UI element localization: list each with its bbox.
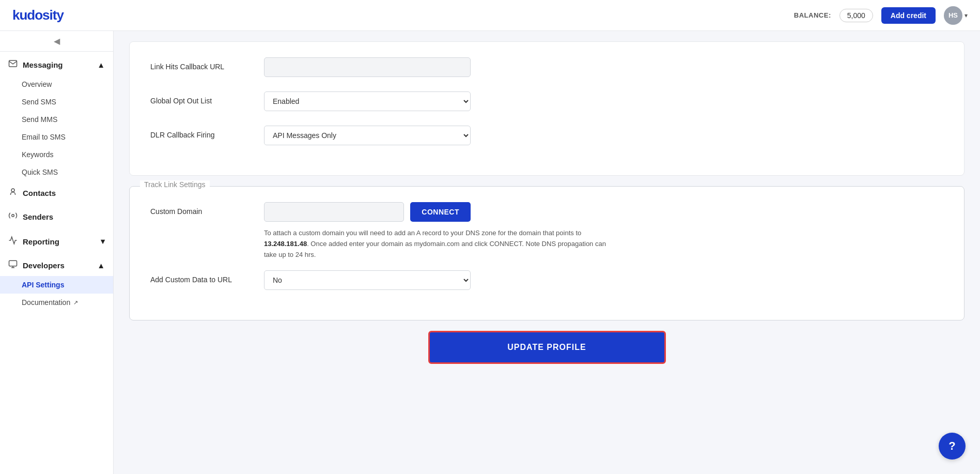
sidebar-item-overview[interactable]: Overview <box>0 75 113 93</box>
dlr-callback-control: API Messages Only All Messages None <box>264 126 471 145</box>
sidebar-item-quick-sms[interactable]: Quick SMS <box>0 163 113 181</box>
svg-rect-2 <box>9 261 17 266</box>
sidebar-item-documentation[interactable]: Documentation ↗ <box>0 294 113 311</box>
link-hits-callback-row: Link Hits Callback URL <box>150 57 943 77</box>
dlr-callback-select[interactable]: API Messages Only All Messages None <box>264 126 471 145</box>
messaging-label: Messaging <box>23 60 63 69</box>
external-link-icon: ↗ <box>73 299 78 306</box>
custom-domain-label: Custom Domain <box>150 202 264 216</box>
update-profile-wrapper: UPDATE PROFILE <box>129 331 965 364</box>
global-opt-out-label: Global Opt Out List <box>150 91 264 105</box>
navbar: kudosity BALANCE: 5,000 Add credit HS ▾ <box>0 0 980 31</box>
messaging-chevron-icon: ▲ <box>97 60 105 69</box>
add-credit-button[interactable]: Add credit <box>881 7 936 24</box>
global-opt-out-row: Global Opt Out List Enabled Disabled <box>150 91 943 111</box>
sidebar-item-email-to-sms[interactable]: Email to SMS <box>0 128 113 146</box>
developers-chevron-icon: ▲ <box>97 261 105 270</box>
update-profile-button[interactable]: UPDATE PROFILE <box>428 331 666 364</box>
connect-button[interactable]: CONNECT <box>410 202 471 222</box>
sidebar: ◀ Messaging ▲ Overview Send SMS Send MMS… <box>0 31 114 474</box>
link-hits-callback-label: Link Hits Callback URL <box>150 57 264 71</box>
sidebar-section-developers: Developers ▲ API Settings Documentation … <box>0 252 113 311</box>
senders-label: Senders <box>23 212 53 221</box>
sidebar-item-send-sms[interactable]: Send SMS <box>0 93 113 111</box>
sidebar-group-messaging[interactable]: Messaging ▲ <box>0 52 113 75</box>
dns-info-prefix: To attach a custom domain you will need … <box>264 229 581 237</box>
sidebar-item-keywords[interactable]: Keywords <box>0 146 113 163</box>
reporting-label: Reporting <box>23 237 59 246</box>
svg-point-0 <box>11 189 14 192</box>
global-opt-out-control: Enabled Disabled <box>264 91 471 111</box>
sidebar-group-contacts[interactable]: Contacts <box>0 181 113 205</box>
sidebar-section-messaging: Messaging ▲ Overview Send SMS Send MMS E… <box>0 52 113 181</box>
senders-icon <box>8 211 18 222</box>
layout: ◀ Messaging ▲ Overview Send SMS Send MMS… <box>0 31 980 474</box>
main-content: Link Hits Callback URL Global Opt Out Li… <box>114 31 980 474</box>
developers-icon <box>8 259 18 271</box>
messaging-icon <box>8 59 18 70</box>
custom-domain-row: Custom Domain CONNECT <box>150 202 943 222</box>
dlr-callback-label: DLR Callback Firing <box>150 126 264 139</box>
top-settings-card: Link Hits Callback URL Global Opt Out Li… <box>129 41 965 176</box>
navbar-right: BALANCE: 5,000 Add credit HS ▾ <box>794 6 968 25</box>
svg-point-1 <box>12 215 14 217</box>
custom-data-row: Add Custom Data to URL No Yes <box>150 270 943 290</box>
reporting-chevron-icon: ▾ <box>101 237 105 246</box>
dns-info-text: To attach a custom domain you will need … <box>264 228 615 260</box>
dns-info-suffix: . Once added enter your domain as mydoma… <box>264 240 606 258</box>
avatar[interactable]: HS <box>944 6 962 25</box>
contacts-label: Contacts <box>23 189 56 197</box>
brand-logo: kudosity <box>12 7 64 23</box>
contacts-icon <box>8 187 18 198</box>
sidebar-item-api-settings[interactable]: API Settings <box>0 276 113 294</box>
dns-ip: 13.248.181.48 <box>264 240 307 248</box>
chevron-down-icon: ▾ <box>965 12 968 19</box>
avatar-dropdown[interactable]: HS ▾ <box>944 6 968 25</box>
developers-label: Developers <box>23 261 65 270</box>
sidebar-collapse-button[interactable]: ◀ <box>0 31 113 52</box>
track-link-legend: Track Link Settings <box>140 180 210 189</box>
custom-data-select[interactable]: No Yes <box>264 270 471 290</box>
balance-value: 5,000 <box>839 9 873 22</box>
sidebar-group-developers[interactable]: Developers ▲ <box>0 252 113 276</box>
balance-label: BALANCE: <box>794 11 831 19</box>
custom-data-label: Add Custom Data to URL <box>150 270 264 284</box>
custom-domain-input[interactable] <box>264 202 404 222</box>
global-opt-out-select[interactable]: Enabled Disabled <box>264 91 471 111</box>
reporting-icon <box>8 236 18 247</box>
link-hits-callback-input[interactable] <box>264 57 471 77</box>
sidebar-group-reporting[interactable]: Reporting ▾ <box>0 228 113 252</box>
help-bubble[interactable]: ? <box>939 433 966 460</box>
dlr-callback-row: DLR Callback Firing API Messages Only Al… <box>150 126 943 145</box>
custom-data-control: No Yes <box>264 270 471 290</box>
link-hits-callback-control <box>264 57 471 77</box>
custom-domain-control: CONNECT <box>264 202 471 222</box>
track-link-settings-card: Track Link Settings Custom Domain CONNEC… <box>129 186 965 320</box>
sidebar-group-senders[interactable]: Senders <box>0 205 113 228</box>
sidebar-item-send-mms[interactable]: Send MMS <box>0 111 113 128</box>
custom-domain-inputs: CONNECT <box>264 202 471 222</box>
